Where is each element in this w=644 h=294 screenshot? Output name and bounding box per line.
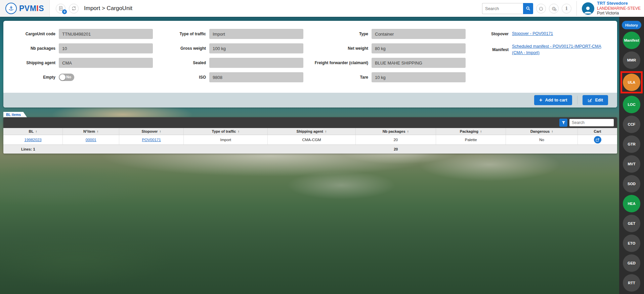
button-divider: [577, 96, 577, 104]
table-footer-row: Lines: 1 20: [3, 144, 617, 154]
type-label: Type: [306, 32, 368, 36]
packaging-cell: Palette: [436, 135, 506, 144]
app-header: ⚓ PVMIS 0 Import > CargoUnit: [0, 0, 644, 17]
right-sidebar: History Manifest MMR ULA LOC CCF GTR MVT…: [619, 17, 644, 294]
page-title: Import > CargoUnit: [84, 5, 132, 12]
lines-count: Lines: 1: [3, 145, 63, 154]
global-search-button[interactable]: [523, 3, 533, 14]
sort-arrow-icon: ↑: [97, 129, 99, 133]
column-header-packaging[interactable]: Packaging ↑: [436, 128, 506, 135]
cart-add-icon: [595, 138, 600, 142]
plus-icon: +: [539, 97, 542, 103]
tab-bl-items[interactable]: BL items: [3, 112, 27, 117]
filter-button[interactable]: [559, 119, 567, 127]
column-header-shipping-agent[interactable]: Shipping agent ↑: [268, 128, 355, 135]
settings-button[interactable]: ⚙ ⚙: [549, 4, 559, 13]
sidebar-item-loc[interactable]: LOC: [623, 96, 640, 113]
add-to-cart-button[interactable]: + Add to cart: [534, 95, 572, 105]
sidebar-item-ged[interactable]: GED: [623, 254, 640, 272]
net-weight-label: Net weight: [306, 46, 368, 51]
column-header-nitem[interactable]: N°item ↑: [63, 128, 119, 135]
empty-label: Empty: [10, 75, 55, 80]
user-location: Port Victoria: [597, 11, 641, 16]
cargounit-code-field: TTNU8498201: [59, 29, 153, 39]
form-column-1: CargoUnit code TTNU8498201 Nb packages 1…: [10, 29, 153, 87]
net-weight-field: 80 kg: [372, 43, 466, 53]
search-icon: [525, 6, 531, 11]
sealed-field: [209, 58, 303, 68]
nb-packages-label: Nb packages: [10, 46, 55, 51]
sidebar-item-eto[interactable]: ETO: [623, 235, 640, 252]
user-menu[interactable]: TRT Stevedore LANDEMARINE-STEVE Port Vic…: [582, 1, 641, 16]
sidebar-item-get[interactable]: GET: [623, 215, 640, 232]
sort-arrow-icon: ↑: [238, 129, 240, 133]
app-logo-text: PVMIS: [19, 4, 44, 13]
stopover-cell-link[interactable]: POV00171: [142, 138, 161, 142]
shipping-agent-field: CMA: [59, 58, 153, 68]
form-column-3: Type Container Net weight 80 kg Freight …: [306, 29, 466, 87]
action-band: + Add to cart Edit: [3, 93, 617, 108]
sidebar-item-ula[interactable]: ULA: [623, 74, 640, 91]
logout-button[interactable]: [536, 4, 546, 13]
type-field: Container: [372, 29, 466, 39]
sidebar-item-sod[interactable]: SOD: [623, 175, 640, 193]
nb-packages-field: 10: [59, 43, 153, 53]
info-icon: i: [566, 5, 568, 11]
shipping-agent-cell: CMA-CGM: [268, 135, 355, 144]
gears-icon-small: ⚙: [554, 8, 557, 12]
sidebar-item-hea[interactable]: HEA: [623, 195, 640, 212]
sort-arrow-icon: ↑: [480, 129, 482, 133]
row-add-to-cart-button[interactable]: [594, 136, 601, 143]
edit-button[interactable]: Edit: [583, 95, 608, 105]
cargo-unit-panel: CargoUnit code TTNU8498201 Nb packages 1…: [3, 21, 617, 108]
iso-field: 9808: [209, 72, 303, 82]
sort-arrow-icon: ↑: [551, 129, 553, 133]
dangerous-cell: No: [506, 135, 578, 144]
sidebar-item-manifest[interactable]: Manifest: [623, 32, 640, 49]
toggle-state-label: No: [66, 75, 71, 79]
table-toolbar: [3, 117, 617, 128]
global-search-input[interactable]: [482, 3, 523, 14]
sort-arrow-icon: ↑: [35, 129, 37, 133]
column-header-nb-packages[interactable]: Nb packages ↑: [356, 128, 436, 135]
tare-field: 10 kg: [372, 72, 466, 82]
sort-arrow-icon: ↑: [407, 129, 409, 133]
ula-highlight-box: ULA: [620, 71, 643, 93]
column-header-type-of-traffic[interactable]: Type of traffic ↑: [184, 128, 268, 135]
stopover-label: Stopover: [468, 32, 509, 36]
power-icon: [538, 6, 544, 11]
gross-weight-label: Gross weight: [156, 46, 206, 51]
form-column-2: Type of traffic Import Gross weight 100 …: [156, 29, 303, 87]
sidebar-item-ccf[interactable]: CCF: [623, 116, 640, 133]
refresh-button[interactable]: [69, 4, 79, 13]
column-header-bl[interactable]: BL ↑: [3, 128, 63, 135]
sidebar-item-mvt[interactable]: MVT: [623, 155, 640, 173]
manifest-link[interactable]: Scheduled manifest - POV00171-IMPORT-CMA…: [512, 43, 610, 56]
table-search-input[interactable]: [569, 119, 614, 126]
edit-icon: [588, 98, 592, 102]
sidebar-item-mmr[interactable]: MMR: [623, 51, 640, 69]
sealed-label: Sealed: [156, 61, 206, 65]
header-divider: [576, 1, 577, 16]
bl-items-table: BL ↑ N°item ↑ Stopover ↑ Type of traffic…: [3, 117, 617, 154]
column-header-stopover[interactable]: Stopover ↑: [119, 128, 184, 135]
toggle-knob: [59, 74, 66, 80]
type-of-traffic-label: Type of traffic: [156, 32, 206, 36]
history-button[interactable]: History: [622, 21, 641, 29]
bl-link[interactable]: 19982023: [25, 138, 42, 142]
table-header-row: BL ↑ N°item ↑ Stopover ↑ Type of traffic…: [3, 128, 617, 135]
stopover-link[interactable]: Stopover - POV00171: [512, 31, 553, 37]
nb-packages-cell: 20: [356, 135, 436, 144]
user-name: LANDEMARINE-STEVE: [597, 6, 641, 11]
cargounit-code-label: CargoUnit code: [10, 32, 55, 36]
n-item-link[interactable]: 00001: [86, 138, 96, 142]
column-header-dangerous[interactable]: Dangerous ↑: [506, 128, 578, 135]
sidebar-item-rtt[interactable]: RTT: [623, 274, 640, 292]
info-button[interactable]: i: [562, 4, 571, 13]
cart-count-badge: 0: [62, 9, 67, 14]
sort-arrow-icon: ↑: [325, 129, 327, 133]
app-logo[interactable]: ⚓ PVMIS: [0, 0, 50, 17]
empty-toggle[interactable]: No: [59, 74, 74, 81]
sidebar-item-gtr[interactable]: GTR: [623, 135, 640, 153]
freight-forwarder-field: BLUE MAHE SHIPPING: [372, 58, 466, 68]
